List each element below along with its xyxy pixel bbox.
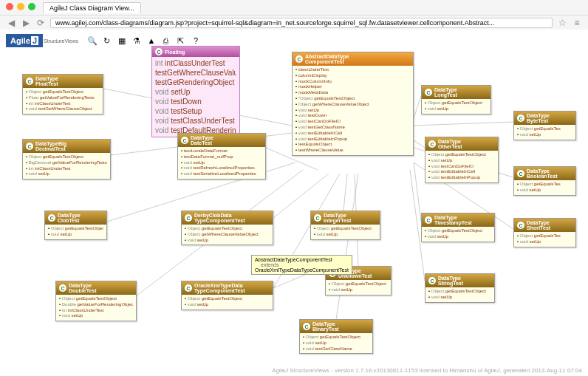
class-header[interactable]: CAbstractDataTypeComponentTest xyxy=(293,52,413,66)
class-body: • testLocaleDateFormat• testDateFormat_n… xyxy=(178,147,265,179)
method-row: void testClassUnderTest xyxy=(155,116,236,126)
method-row: • Object getEqualsTestObject xyxy=(26,154,107,160)
method-row: • void testGetWhereClauseObject xyxy=(26,106,100,112)
class-clob[interactable]: CDataTypeClobTest• Object getEqualsTestO… xyxy=(44,211,107,240)
method-row: • void setUp xyxy=(48,232,103,238)
method-row: • void setUp xyxy=(517,132,572,138)
class-double[interactable]: CDataTypeDoubleTest• Object getEqualsTes… xyxy=(55,281,137,321)
class-byte[interactable]: CDataTypeByteTest• Object getEqualsTes• … xyxy=(513,111,576,140)
minimize-icon[interactable] xyxy=(17,3,24,10)
class-header[interactable]: CDataTypeIntegerTest xyxy=(311,211,380,225)
class-icon: C xyxy=(26,143,33,150)
class-boolean[interactable]: CDataTypeBooleanTest• Object getEqualsTe… xyxy=(513,166,576,196)
zoom-icon[interactable]: 🔍 xyxy=(86,35,98,47)
class-header[interactable]: COracleXmlTypeDataTypeComponentTest xyxy=(182,281,273,295)
method-row: • void testGetClassName xyxy=(295,125,410,131)
class-header[interactable]: CDataTypeDoubleTest xyxy=(56,281,136,295)
method-row: • void tearDown xyxy=(295,113,410,119)
class-bigdec[interactable]: CDataTypeBigDecimalTest• Object getEqual… xyxy=(22,139,111,180)
forward-icon[interactable]: ▶ xyxy=(21,18,31,28)
layout-icon[interactable]: ▦ xyxy=(116,35,128,47)
url-input[interactable]: www.agilej.com/class-diagrams/diagram.js… xyxy=(50,18,553,28)
class-header[interactable]: CDataTypeBigDecimalTest xyxy=(23,140,110,153)
class-icon: C xyxy=(26,78,33,85)
method-row: int intClassUnderTest xyxy=(155,58,236,68)
class-header[interactable]: CDataTypeLongTest xyxy=(422,86,490,99)
class-header[interactable]: CDataTypeStringTest xyxy=(425,274,494,287)
method-row: • void testEditableInCell xyxy=(295,131,410,137)
class-derby[interactable]: CDerbyClobDataTypeComponentTest• Object … xyxy=(181,211,273,245)
method-row: • Object getWhereClauseValueObject xyxy=(185,232,270,238)
method-row: • Object getEqualsTes xyxy=(517,182,572,188)
method-row: • void testEditableInCell xyxy=(428,169,495,175)
method-row: • void setUp xyxy=(185,302,270,308)
method-row: • mockMetaData xyxy=(295,90,410,96)
magnified-class[interactable]: CFloating int intClassUnderTest testGetW… xyxy=(151,46,240,137)
class-header[interactable]: CDataTypeTimestampTest xyxy=(422,213,494,227)
method-row: void testDown xyxy=(155,97,236,106)
class-long[interactable]: CDataTypeLongTest• Object getEqualsTestO… xyxy=(421,85,491,114)
method-row: • void testCanDoFileIO xyxy=(295,119,410,125)
maximize-icon[interactable] xyxy=(28,3,35,10)
class-header[interactable]: CDataTypeDateTest xyxy=(178,134,265,147)
window-controls xyxy=(6,3,35,10)
method-row: testGetRenderingObject xyxy=(155,78,236,87)
filter-icon[interactable]: ⚗ xyxy=(131,35,143,47)
method-row: • void setUp xyxy=(425,234,491,240)
print-icon[interactable]: ⎙ xyxy=(160,35,172,47)
menu-icon[interactable]: ≡ xyxy=(572,18,582,28)
class-header[interactable]: CDataTypeClobTest xyxy=(45,211,106,225)
method-row: • void setUp xyxy=(425,106,488,112)
class-header[interactable]: CDataTypeFloatTest xyxy=(23,75,103,88)
class-icon: C xyxy=(59,284,66,292)
class-short[interactable]: CDataTypeShortTest• Object getEqualsTes•… xyxy=(513,218,576,247)
class-header[interactable]: CDataTypeBooleanTest xyxy=(514,167,575,180)
app-logo-sub: StructureViews xyxy=(44,38,78,44)
method-row: • Object getEqualsTestObject xyxy=(48,226,103,232)
method-row: • void testCanDoFileIO xyxy=(428,164,495,170)
class-float[interactable]: CDataTypeFloatTest• Object getEqualsTest… xyxy=(22,74,103,114)
method-row: • int intClassUnderTest xyxy=(26,166,107,172)
method-row: • Object getWhereClauseValueObject xyxy=(295,102,410,108)
class-integer[interactable]: CDataTypeIntegerTest• Object getEqualsTe… xyxy=(310,211,380,240)
help-icon[interactable]: ? xyxy=(190,35,202,47)
method-row: • testLocaleDateFormat xyxy=(181,148,262,154)
class-icon: C xyxy=(303,323,310,330)
close-icon[interactable] xyxy=(6,3,13,10)
method-row: • Double getValueForRenderingObject xyxy=(59,302,133,308)
class-abstract[interactable]: CAbstractDataTypeComponentTest• classUnd… xyxy=(292,52,414,156)
class-string[interactable]: CDataTypeStringTest• Object getEqualsTes… xyxy=(425,273,495,303)
method-row: • Object getEqualsTestObject xyxy=(428,152,495,158)
method-row: • void setUp xyxy=(26,171,107,177)
method-row: • void setUp xyxy=(428,295,491,301)
up-icon[interactable]: ▲ xyxy=(146,35,157,47)
class-other[interactable]: CDataTypeOtherTest• Object getEqualsTest… xyxy=(425,137,499,183)
class-header[interactable]: CDerbyClobDataTypeComponentTest xyxy=(182,211,273,225)
class-body: • Object getEqualsTestObject• void setUp xyxy=(45,225,106,239)
method-row: • Object getEqualsTestObject xyxy=(303,335,369,341)
class-binary[interactable]: CDataTypeBinaryTest• Object getEqualsTes… xyxy=(299,319,373,354)
svg-line-9 xyxy=(336,174,358,319)
class-header[interactable]: CDataTypeOtherTest xyxy=(425,137,498,151)
class-header[interactable]: CDataTypeBinaryTest xyxy=(300,320,372,333)
class-date[interactable]: CDataTypeDateTest• testLocaleDateFormat•… xyxy=(177,133,266,180)
refresh-icon[interactable]: ↻ xyxy=(101,35,113,47)
browser-tab[interactable]: AgileJ Class Diagram View... xyxy=(43,2,141,13)
back-icon[interactable]: ◀ xyxy=(6,18,16,28)
export-icon[interactable]: ⇱ xyxy=(175,35,187,47)
app-toolbar: AgileJ StructureViews 🔍↻▦⚗▲⎙⇱? xyxy=(0,30,588,52)
class-header[interactable]: CDataTypeShortTest xyxy=(514,219,575,232)
reload-icon[interactable]: ⟳ xyxy=(35,18,46,28)
class-timestamp[interactable]: CDataTypeTimestampTest• Object getEquals… xyxy=(421,213,495,242)
method-row: • void setUp xyxy=(329,287,388,293)
class-oracle[interactable]: COracleXmlTypeDataTypeComponentTest• Obj… xyxy=(181,281,273,310)
class-body: • Object getEqualsTestObject• void setUp… xyxy=(300,333,372,353)
method-row: • Object getEqualsTestObject xyxy=(185,226,270,232)
class-icon: C xyxy=(425,216,432,224)
diagram-canvas[interactable]: CFloating int intClassUnderTest testGetW… xyxy=(0,52,588,376)
class-body: • Object getEqualsTes• void setUp xyxy=(514,232,575,247)
class-header[interactable]: CDataTypeByteTest xyxy=(514,112,575,125)
class-icon: C xyxy=(425,89,432,96)
bookmark-icon[interactable]: ☆ xyxy=(557,18,567,28)
method-row: • void setUp xyxy=(517,188,572,194)
